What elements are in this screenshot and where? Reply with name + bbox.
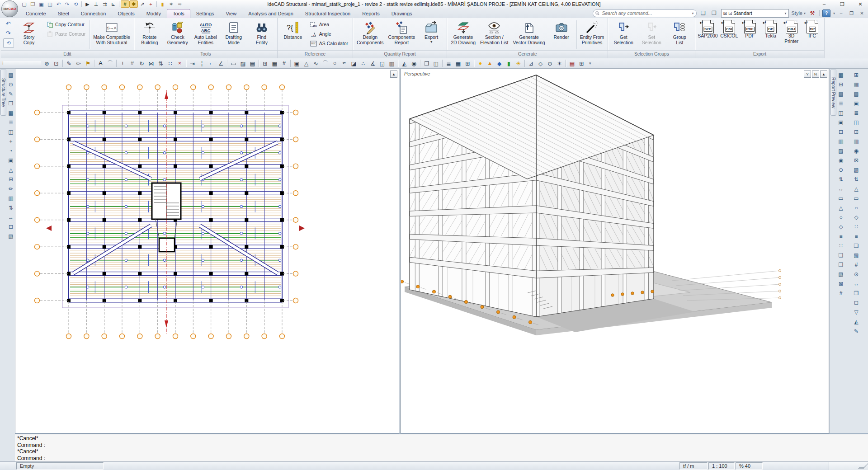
light-bulb-icon[interactable]: ● [476,59,485,68]
selection-cursor-icon[interactable]: ▶ [83,0,92,8]
structure-tool-icon-5[interactable]: ▦ [7,109,15,117]
tab-view[interactable]: View [220,9,243,18]
report-tool-icon-12[interactable]: ⇅ [837,175,845,183]
circle-icon[interactable]: ○ [330,59,339,68]
redo-button[interactable]: ↷ [3,29,13,38]
view-tool-icon-17[interactable]: ∷ [852,223,860,231]
document-copy-icon[interactable]: ❐ [422,59,431,68]
view-tool-icon-7[interactable]: ⊡ [852,128,860,136]
tab-connection[interactable]: Connection [75,9,112,18]
sheet-table-icon[interactable]: ▦ [454,59,462,68]
structure-tool-icon-16[interactable]: ↔ [7,213,15,221]
tab-structural-inspection[interactable]: Structural Inspection [299,9,356,18]
view-tool-icon-5[interactable]: ≣ [852,109,860,117]
break-icon[interactable]: ¦ [198,59,206,68]
structure-tool-icon-3[interactable]: ✎ [7,90,15,98]
restore-button[interactable]: ❐ [838,1,846,7]
grid-move-icon[interactable]: # [128,59,137,68]
visibility-eye-icon[interactable]: ◉ [410,59,418,68]
standart-combo[interactable]: ⊠ ⊡ Standart ▾ [721,9,789,18]
move-icon[interactable]: + [118,59,127,68]
view-tool-icon-14[interactable]: ▭ [852,194,860,202]
array-icon[interactable]: ∷ [166,59,175,68]
pages-up-icon[interactable]: ❏ [699,10,708,16]
tab-modify[interactable]: Modify [141,9,167,18]
tab-tools[interactable]: Tools [167,9,190,18]
rotate-icon[interactable]: ↻ [137,59,146,68]
view-tool-icon-16[interactable]: ◇ [852,213,860,221]
zoom-in-icon[interactable]: ⊕ [42,59,51,68]
structure-tool-icon-1[interactable]: ▤ [7,71,15,79]
style-dropdown[interactable]: Style▾ [792,10,806,16]
child-close-button[interactable]: ✕ [859,11,865,16]
perpendicular-snap-icon[interactable]: ⊥ [92,0,100,8]
text-icon[interactable]: A [96,59,105,68]
view-tool-icon-24[interactable]: ❐ [852,289,860,297]
search-input[interactable] [601,10,690,16]
report-tool-icon-20[interactable]: ❏ [837,251,845,259]
scale-cell[interactable]: 1 : 100 [708,462,735,470]
report-tool-icon-16[interactable]: ○ [837,213,845,221]
image-frame-icon[interactable]: ▣ [292,59,301,68]
view-tool-icon-20[interactable]: ▧ [852,251,860,259]
report-tool-icon-10[interactable]: ◉ [837,156,845,164]
copy-contour-button[interactable]: Copy Contour [44,20,88,29]
table-grid-icon[interactable]: ▦ [270,59,279,68]
report-preview-tab[interactable]: Report Preview [830,70,836,116]
plan-grid-icon[interactable]: ⊞ [463,59,472,68]
grid-snap-icon[interactable]: # [121,0,129,8]
view-tool-icon-27[interactable]: ◭ [852,318,860,326]
report-tool-icon-7[interactable]: ⊡ [837,128,845,136]
view-tool-icon-22[interactable]: ⊙ [852,270,860,278]
wand-tool-icon[interactable]: ✶ [555,59,564,68]
view-tool-icon-23[interactable]: ↔ [852,280,860,288]
measure-angle-icon[interactable]: ∡ [368,59,377,68]
report-tool-icon-22[interactable]: ▧ [837,270,845,278]
rectangle-icon[interactable]: ▭ [229,59,238,68]
zoom-cell[interactable]: % 40 [736,462,763,470]
open-file-icon[interactable]: ❐ [28,0,37,8]
distance-button[interactable]: ?{Distance [279,19,307,50]
check-geometry-button[interactable]: CheckGeometry [164,19,192,50]
polygon-tool-icon[interactable]: ◇ [536,59,545,68]
export-pdf-button[interactable]: ↵PDFPDF [740,19,760,50]
find-entity-button[interactable]: FindEntity [248,19,276,50]
tab-reports[interactable]: Reports [356,9,386,18]
node-snap-icon[interactable]: ↗ [138,0,146,8]
export-3d-printer-button[interactable]: ↵OBJ3DPrinter [781,19,802,50]
report-tool-icon-6[interactable]: ▣ [837,118,845,127]
collapse-view-button[interactable]: ▲ [820,70,827,78]
extend-icon[interactable]: ⇥ [188,59,197,68]
hammer-tool-icon[interactable]: ⚒ [808,10,816,16]
parallel-snap-icon[interactable]: ⇉ [100,0,109,8]
delete-icon[interactable]: × [175,59,184,68]
zoom-window-icon[interactable]: ⊡ [52,59,61,68]
export-tekla-button[interactable]: ↵DPTekla [760,19,781,50]
more-options-icon[interactable]: ≂ [175,0,184,8]
arc-icon[interactable]: ⌒ [106,59,114,68]
target-tool-icon[interactable]: ⊙ [546,59,554,68]
report-tool-icon-8[interactable]: ▥ [837,137,845,146]
view-tool-icon-8[interactable]: ▥ [852,137,860,146]
pages-down-icon[interactable]: ❐ [710,10,718,16]
toolbar-handle[interactable]: ⁞ [2,61,41,66]
cloud-icon[interactable]: ≈ [340,59,349,68]
ortho-mode-icon[interactable]: ⊾ [109,0,118,8]
units-cell[interactable]: tf / m [679,462,708,470]
design-components-button[interactable]: DesignComponents [354,19,386,50]
sheet-grid-icon[interactable]: ⊞ [577,59,586,68]
view-tool-icon-15[interactable]: ○ [852,204,860,212]
tab-steel[interactable]: Steel [52,9,75,18]
structure-tool-icon-12[interactable]: ⊞ [7,175,15,183]
export-quantity-button[interactable]: Export▼ [417,19,445,50]
group-list-button[interactable]: GroupList [665,19,693,50]
report-tool-icon-5[interactable]: ◫ [837,109,845,117]
intersection-snap-icon[interactable]: + [146,0,155,8]
resize-grip[interactable] [829,462,868,470]
structure-tool-icon-17[interactable]: ⊡ [7,223,15,231]
view-tool-icon-26[interactable]: ▽ [852,308,860,316]
triangle-tool-icon[interactable]: ⊿ [527,59,535,68]
render-button[interactable]: Render [547,19,576,50]
view-tool-icon-28[interactable]: ✎ [852,327,860,335]
report-tool-icon-3[interactable]: ▤ [837,90,845,98]
